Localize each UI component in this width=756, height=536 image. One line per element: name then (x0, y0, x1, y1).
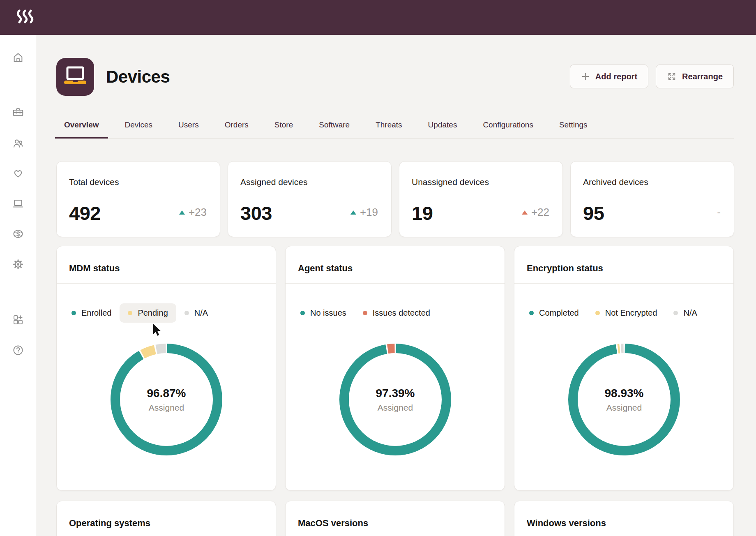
stat-card-assigned-devices: Assigned devices 303 +19 (228, 161, 392, 237)
donut-center: 97.39% Assigned (338, 342, 453, 457)
tab-settings[interactable]: Settings (559, 111, 588, 139)
chart-card-operating-systems: Operating systems (56, 501, 276, 536)
stat-label: Total devices (69, 177, 119, 187)
tab-overview[interactable]: Overview (64, 111, 99, 139)
page-title: Devices (106, 58, 170, 96)
chart-card-encryption-status: Encryption status CompletedNot Encrypted… (514, 246, 734, 491)
chart-title: MDM status (69, 263, 120, 274)
tab-store[interactable]: Store (274, 111, 293, 139)
stat-label: Unassigned devices (412, 177, 489, 187)
legend-label: N/A (194, 308, 208, 318)
stat-value: 19 (412, 202, 433, 224)
tab-devices[interactable]: Devices (125, 111, 153, 139)
legend-dot (300, 311, 305, 315)
sidebar-item-benefits[interactable] (12, 167, 24, 179)
donut-sublabel: Assigned (606, 403, 642, 413)
stat-delta: +22 (522, 206, 549, 219)
trend-up-icon (350, 210, 356, 215)
rippling-logo[interactable] (16, 8, 35, 28)
legend-label: Enrolled (81, 308, 111, 318)
help-icon (12, 344, 24, 356)
chart-card-mdm-status: MDM status EnrolledPendingN/A 96.87% Ass… (56, 246, 276, 491)
tab-updates[interactable]: Updates (428, 111, 457, 139)
sidebar-item-settings[interactable] (12, 258, 24, 270)
bottom-cards-row: Operating systems MacOS versions Windows… (56, 501, 734, 536)
donut-percentage: 98.93% (605, 387, 644, 400)
sidebar-item-devices[interactable] (12, 197, 24, 210)
legend-dot (184, 311, 189, 315)
legend-item-issues-detected[interactable]: Issues detected (355, 303, 438, 323)
donut-sublabel: Assigned (149, 403, 184, 413)
sidebar-divider (9, 292, 27, 292)
stat-delta: - (717, 206, 721, 219)
add-report-button[interactable]: Add report (570, 65, 648, 88)
legend-dot (673, 311, 678, 315)
legend-dot (128, 311, 132, 315)
stat-delta-value: - (717, 206, 721, 219)
legend-dot (363, 311, 367, 315)
legend-item-enrolled[interactable]: Enrolled (63, 303, 120, 323)
toolbox-icon (12, 106, 24, 118)
legend-label: N/A (683, 308, 697, 318)
legend-item-pending[interactable]: Pending (120, 303, 176, 323)
chart-legend: EnrolledPendingN/A (63, 303, 216, 323)
header-buttons: Add report Rearrange (570, 65, 734, 88)
chart-card-windows-versions: Windows versions (514, 501, 734, 536)
tab-software[interactable]: Software (319, 111, 350, 139)
donut-center: 98.93% Assigned (567, 342, 682, 457)
stat-delta-value: +22 (531, 206, 549, 219)
sidebar-item-people[interactable] (12, 137, 24, 150)
tab-configurations[interactable]: Configurations (483, 111, 533, 139)
donut-chart-agent: 97.39% Assigned (338, 342, 453, 457)
legend-item-n-a[interactable]: N/A (665, 303, 705, 323)
legend-item-completed[interactable]: Completed (521, 303, 587, 323)
legend-dot (529, 311, 534, 315)
gear-icon (12, 258, 24, 270)
trend-up-icon (522, 210, 528, 215)
stat-label: Archived devices (583, 177, 648, 187)
legend-label: Pending (138, 308, 168, 318)
chart-title: Encryption status (527, 263, 603, 274)
chart-card-agent-status: Agent status No issuesIssues detected 97… (285, 246, 505, 491)
chart-title: Agent status (298, 263, 353, 274)
sidebar-divider (9, 87, 27, 87)
stat-delta: +19 (350, 206, 378, 219)
tab-threats[interactable]: Threats (376, 111, 402, 139)
people-icon (12, 137, 24, 150)
expand-arrows-icon (667, 72, 677, 81)
card-divider (514, 283, 733, 284)
chart-cards-row: MDM status EnrolledPendingN/A 96.87% Ass… (56, 246, 734, 491)
devices-app-icon (56, 58, 94, 96)
stat-value: 95 (583, 202, 604, 224)
sidebar-item-hardware[interactable] (12, 106, 24, 118)
legend-item-n-a[interactable]: N/A (176, 303, 216, 323)
chart-title: MacOS versions (298, 518, 368, 529)
card-divider (57, 283, 276, 284)
heart-icon (12, 167, 24, 179)
sidebar (0, 35, 36, 536)
donut-percentage: 96.87% (147, 387, 186, 400)
chart-title: Operating systems (69, 518, 150, 529)
chart-title: Windows versions (527, 518, 606, 529)
sidebar-item-help[interactable] (12, 344, 24, 356)
main-content: Devices Add report Rearrange Overview De… (36, 35, 756, 536)
card-divider (286, 283, 505, 284)
stat-card-unassigned-devices: Unassigned devices 19 +22 (399, 161, 563, 237)
donut-chart-encryption: 98.93% Assigned (567, 342, 682, 457)
sidebar-item-finance[interactable] (12, 228, 24, 240)
donut-percentage: 97.39% (376, 387, 415, 400)
rippling-logo-icon (16, 8, 35, 28)
legend-item-not-encrypted[interactable]: Not Encrypted (587, 303, 666, 323)
chart-card-macos-versions: MacOS versions (285, 501, 505, 536)
legend-item-no-issues[interactable]: No issues (292, 303, 355, 323)
trend-up-icon (179, 210, 185, 215)
rearrange-button[interactable]: Rearrange (656, 65, 734, 88)
plus-icon (581, 72, 590, 81)
stat-card-total-devices: Total devices 492 +23 (56, 161, 220, 237)
coin-dollar-icon (12, 228, 24, 240)
sidebar-item-home[interactable] (12, 51, 24, 64)
tab-users[interactable]: Users (178, 111, 199, 139)
sidebar-item-apps[interactable] (12, 314, 24, 326)
donut-sublabel: Assigned (378, 403, 413, 413)
tab-orders[interactable]: Orders (225, 111, 249, 139)
